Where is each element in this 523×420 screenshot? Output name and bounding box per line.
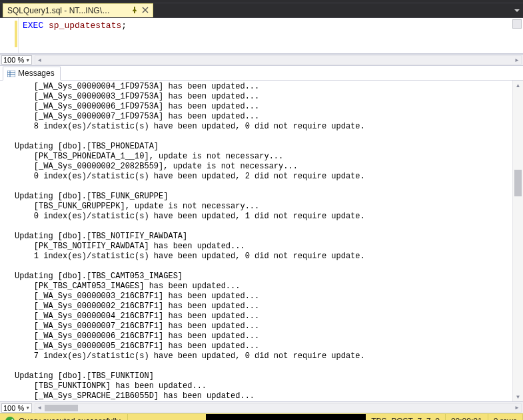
close-icon[interactable]	[142, 6, 149, 15]
zoom-value-2: 100 %	[3, 404, 24, 412]
redacted-connection	[206, 414, 366, 420]
scroll-up-icon[interactable]: ▲	[516, 81, 521, 90]
scroll-thumb[interactable]	[514, 170, 522, 196]
chevron-down-icon: ▼	[25, 405, 30, 410]
scroll-track[interactable]	[513, 90, 523, 392]
status-text: Query executed successfully.	[19, 417, 122, 421]
tab-label-prefix: SQLQuery1.sql - NT...ING\	[7, 6, 110, 15]
status-execution: Query executed successfully.	[0, 414, 128, 420]
tab-messages[interactable]: Messages	[3, 67, 61, 81]
tab-overflow-dropdown[interactable]	[511, 3, 523, 17]
editor-zoom-bar: 100 % ▼ ◄ ►	[0, 54, 523, 66]
semicolon: ;	[121, 21, 127, 31]
tab-messages-label: Messages	[18, 69, 55, 78]
sql-editor[interactable]: EXEC sp_updatestats;	[19, 18, 523, 53]
messages-vertical-scrollbar[interactable]: ▲ ▼	[512, 81, 523, 401]
messages-zoom-bar: 100 % ▼ ◄ ►	[0, 401, 523, 413]
svg-rect-0	[7, 71, 15, 77]
messages-horizontal-scrollbar[interactable]: ◄ ►	[35, 403, 522, 413]
pin-icon[interactable]	[131, 6, 138, 15]
editor-gutter	[0, 18, 19, 53]
messages-output[interactable]: [_WA_Sys_00000004_1FD9753A] has been upd…	[0, 81, 523, 401]
sql-editor-pane[interactable]: EXEC sp_updatestats;	[0, 18, 523, 54]
scroll-thumb-h[interactable]	[45, 405, 78, 411]
zoom-value: 100 %	[3, 56, 24, 64]
editor-horizontal-scrollbar[interactable]: ◄ ►	[35, 55, 522, 65]
results-tabstrip: Messages	[0, 66, 523, 81]
split-editor-icon[interactable]	[512, 19, 522, 29]
zoom-combobox-2[interactable]: 100 % ▼	[1, 403, 32, 413]
status-elapsed: 00:00:01	[446, 414, 488, 420]
document-tab-active[interactable]: SQLQuery1.sql - NT...ING\	[3, 3, 153, 17]
scroll-right-icon[interactable]: ►	[513, 57, 521, 63]
document-tab-label: SQLQuery1.sql - NT...ING\	[7, 6, 127, 15]
status-database: TBS_POST_7_7_0	[366, 414, 446, 420]
keyword-exec: EXEC	[23, 21, 43, 31]
scroll-left-icon[interactable]: ◄	[35, 405, 43, 411]
status-rows: 0 rows	[488, 414, 523, 420]
success-icon	[5, 417, 15, 421]
zoom-combobox[interactable]: 100 % ▼	[1, 55, 32, 65]
messages-icon	[7, 70, 15, 77]
status-bar: Query executed successfully. TBS_POST_7_…	[0, 413, 523, 420]
chevron-down-icon: ▼	[25, 58, 30, 63]
scroll-down-icon[interactable]: ▼	[516, 392, 521, 401]
document-tabstrip: SQLQuery1.sql - NT...ING\	[0, 3, 523, 18]
messages-panel: [_WA_Sys_00000004_1FD9753A] has been upd…	[0, 81, 523, 401]
proc-name: sp_updatestats	[49, 21, 121, 31]
scroll-left-icon[interactable]: ◄	[35, 57, 43, 63]
scroll-right-icon[interactable]: ►	[513, 405, 521, 411]
change-marker	[15, 21, 17, 47]
